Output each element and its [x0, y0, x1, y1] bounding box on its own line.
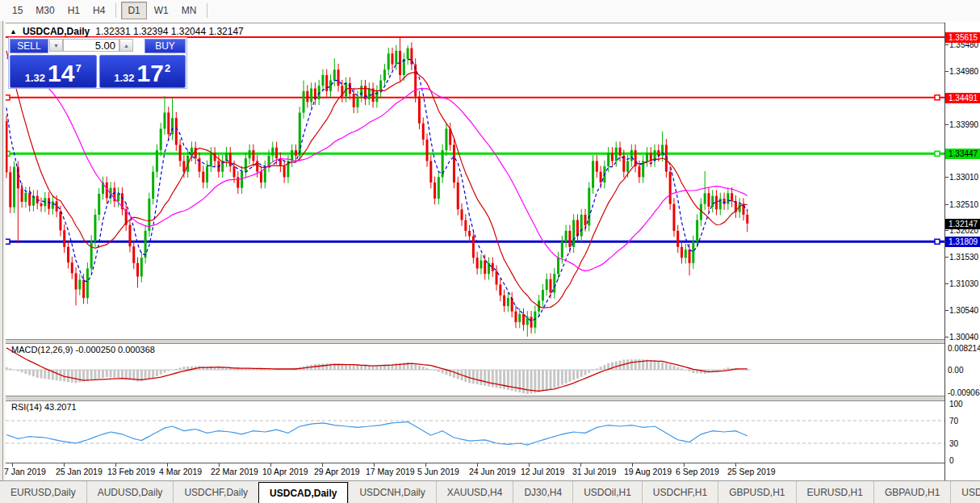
- price-tick-mark: [945, 177, 949, 178]
- date-tick-label: 13 Feb 2019: [107, 467, 155, 476]
- buy-price-pip: 2: [165, 62, 170, 74]
- price-level-badge: 1.31809: [945, 237, 980, 247]
- rsi-indicator-chart[interactable]: [6, 400, 944, 463]
- rsi-label: RSI(14) 43.2071: [11, 402, 77, 412]
- timeframe-button-15[interactable]: 15: [6, 2, 28, 19]
- price-tick-mark: [945, 204, 949, 205]
- buy-button-label: BUY: [153, 40, 177, 54]
- lot-decrease-button[interactable]: ▼: [49, 39, 63, 52]
- chart-header: ▲ USDCAD,Daily 1.32331 1.32394 1.32044 1…: [10, 26, 244, 37]
- price-tick-mark: [945, 337, 949, 337]
- buy-price-box[interactable]: 1.32 17 2: [99, 55, 186, 88]
- date-tick-label: 25 Jan 2019: [56, 467, 103, 476]
- price-tick-label: 1.31530: [949, 253, 978, 262]
- price-level-badge: 1.34491: [945, 93, 980, 103]
- date-tick-label: 31 Jul 2019: [572, 467, 616, 476]
- toolbar-separator: [207, 3, 207, 18]
- macd-axis-label: 0.00: [948, 366, 963, 375]
- chart-tab[interactable]: XAUUSD,H4: [436, 481, 513, 503]
- collapse-chart-icon[interactable]: ▲: [10, 27, 17, 36]
- timeframe-button-d1[interactable]: D1: [121, 2, 146, 19]
- date-tick-label: 12 Jul 2019: [521, 467, 564, 476]
- chart-tab[interactable]: EURUSD,H1: [796, 481, 873, 503]
- price-tick-mark: [945, 257, 949, 258]
- chart-tab[interactable]: AUDUSD,Daily: [86, 481, 174, 503]
- price-tick-mark: [945, 310, 949, 311]
- timeframe-button-w1[interactable]: W1: [149, 2, 174, 19]
- price-tick-mark: [945, 44, 949, 45]
- price-tick-label: 1.33010: [949, 173, 978, 182]
- date-tick-label: 4 Mar 2019: [159, 467, 202, 476]
- buy-price-prefix: 1.32: [114, 72, 134, 84]
- price-tick-label: 1.34980: [949, 67, 978, 76]
- date-tick-label: 24 Jun 2019: [469, 467, 516, 476]
- price-tick-label: 1.30040: [949, 333, 978, 342]
- date-tick-label: 29 Apr 2019: [314, 467, 360, 476]
- chart-tab[interactable]: USDCHF,H1: [642, 481, 718, 503]
- price-tick-label: 1.32510: [949, 200, 978, 209]
- date-axis[interactable]: 7 Jan 201925 Jan 201913 Feb 20194 Mar 20…: [6, 463, 944, 480]
- rsi-axis-label: 100: [949, 400, 963, 409]
- chart-tab-bar: EURUSD,DailyAUDUSD,DailyUSDCHF,DailyUSDC…: [0, 480, 980, 503]
- sell-price-pip: 7: [75, 62, 81, 74]
- chart-tab[interactable]: USDCHF,Daily: [173, 481, 258, 503]
- price-tick-mark: [945, 283, 949, 284]
- date-tick-label: 25 Sep 2019: [727, 467, 776, 476]
- price-axis[interactable]: 1.354801.349801.339901.330101.325101.320…: [945, 21, 980, 480]
- date-tick-label: 19 Aug 2019: [624, 467, 672, 476]
- sell-button[interactable]: SELL: [10, 39, 48, 53]
- sell-price-box[interactable]: 1.32 14 7: [10, 55, 97, 88]
- rsi-axis-label: 0: [949, 456, 954, 465]
- date-tick-label: 17 May 2019: [366, 467, 415, 476]
- timeframe-toolbar: 15M30H1H4D1W1MN: [0, 0, 980, 22]
- price-tick-label: 1.30540: [949, 306, 978, 315]
- chart-tab[interactable]: EURUSD,Daily: [0, 481, 86, 503]
- timeframe-button-m30[interactable]: M30: [30, 2, 60, 19]
- macd-axis-label: 0.008214: [948, 344, 980, 353]
- one-click-trading-widget: SELL ▼ 5.00 ▲ BUY 1.32 14 7 1.32 17 2: [8, 37, 187, 89]
- sell-price-main: 14: [48, 63, 74, 84]
- timeframe-button-h1[interactable]: H1: [62, 2, 86, 19]
- date-tick-label: 7 Jan 2019: [4, 467, 46, 476]
- macd-label: MACD(12,26,9) -0.000250 0.000368: [11, 345, 155, 354]
- toolbar-separator: [115, 3, 116, 18]
- chart-tab[interactable]: GBPAUD,H1: [873, 481, 950, 503]
- buy-button[interactable]: BUY: [144, 39, 186, 53]
- timeframe-button-mn[interactable]: MN: [176, 2, 203, 19]
- chart-tab[interactable]: USDCNH,Daily: [348, 481, 435, 503]
- price-level-badge: 1.33447: [945, 149, 980, 159]
- rsi-axis-label: 70: [949, 417, 958, 425]
- chart-tab[interactable]: GBPUSD,H1: [718, 481, 795, 503]
- lot-size-input[interactable]: 5.00: [63, 39, 119, 52]
- price-tick-mark: [945, 230, 949, 231]
- lot-increase-button[interactable]: ▲: [119, 39, 133, 52]
- buy-price-main: 17: [137, 63, 164, 84]
- rsi-axis-label: 30: [949, 439, 958, 448]
- date-tick-label: 22 Mar 2019: [211, 467, 258, 476]
- chart-symbol-label: USDCAD,Daily: [23, 26, 90, 37]
- date-tick-label: 6 Sep 2019: [676, 467, 719, 476]
- price-tick-label: 1.31030: [949, 279, 978, 288]
- price-tick-mark: [945, 71, 949, 72]
- chart-tab-active[interactable]: USDCAD,Daily: [258, 482, 348, 503]
- current-price-badge: 1.32147: [945, 219, 980, 229]
- timeframe-button-h4[interactable]: H4: [87, 2, 111, 19]
- price-tick-label: 1.33990: [949, 120, 978, 129]
- date-tick-label: 10 Apr 2019: [262, 467, 308, 476]
- chart-ohlc-values: 1.32331 1.32394 1.32044 1.32147: [95, 26, 244, 37]
- chart-tab[interactable]: USDOil,H1: [572, 481, 642, 503]
- macd-axis-label: -0.009066: [948, 388, 980, 397]
- date-tick-label: 5 Jun 2019: [417, 467, 459, 476]
- price-level-badge: 1.35615: [945, 32, 980, 43]
- chart-tab[interactable]: DJ30,H4: [513, 481, 572, 503]
- sell-button-label: SELL: [15, 40, 42, 54]
- chart-tab[interactable]: USDJP: [950, 481, 980, 503]
- price-tick-mark: [945, 124, 949, 125]
- sell-price-prefix: 1.32: [25, 72, 45, 84]
